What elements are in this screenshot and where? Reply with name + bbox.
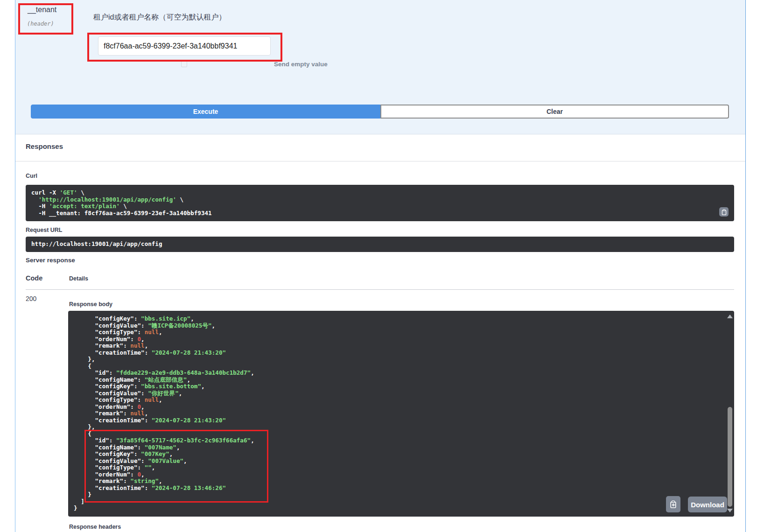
scrollbar-thumb[interactable] <box>728 407 732 507</box>
curl-label: Curl <box>26 173 37 179</box>
download-button[interactable]: Download <box>688 497 727 512</box>
scrollbar-down-arrow[interactable] <box>727 509 733 512</box>
clear-button[interactable]: Clear <box>380 105 729 119</box>
curl-command-block: curl -X 'GET' \ 'http://localhost:19001/… <box>26 185 734 221</box>
response-copy-button[interactable] <box>666 496 680 512</box>
server-response-label: Server response <box>26 257 75 264</box>
table-header-divider <box>26 289 734 290</box>
send-empty-value-checkbox[interactable] <box>181 61 187 67</box>
scrollbar-up-arrow[interactable] <box>727 315 733 318</box>
execute-button[interactable]: Execute <box>31 105 380 119</box>
request-url-value: http://localhost:19001/api/app/config <box>31 241 729 247</box>
send-empty-value-label: Send empty value <box>274 61 328 68</box>
status-code: 200 <box>26 295 36 302</box>
swagger-operation-page: __tenant (header) 租户id或者租户名称（可空为默认租户） Se… <box>0 0 778 532</box>
request-url-block: http://localhost:19001/api/app/config <box>26 237 734 252</box>
responses-header-band <box>15 134 745 161</box>
response-body-block: "configKey": "bbs.site.icp", "configValu… <box>68 311 734 517</box>
details-column-header: Details <box>69 275 88 282</box>
parameter-description: 租户id或者租户名称（可空为默认租户） <box>93 13 226 22</box>
parameter-in: (header) <box>27 21 54 27</box>
tenant-input[interactable] <box>98 36 271 56</box>
parameter-name: __tenant <box>28 6 56 14</box>
clipboard-arrow-icon <box>669 500 677 508</box>
response-body-label: Response body <box>69 301 112 308</box>
request-url-label: Request URL <box>26 227 62 233</box>
code-column-header: Code <box>26 274 42 282</box>
curl-copy-button[interactable] <box>719 207 729 217</box>
clipboard-icon <box>721 209 727 215</box>
responses-title: Responses <box>26 142 63 150</box>
response-headers-label: Response headers <box>69 524 121 530</box>
